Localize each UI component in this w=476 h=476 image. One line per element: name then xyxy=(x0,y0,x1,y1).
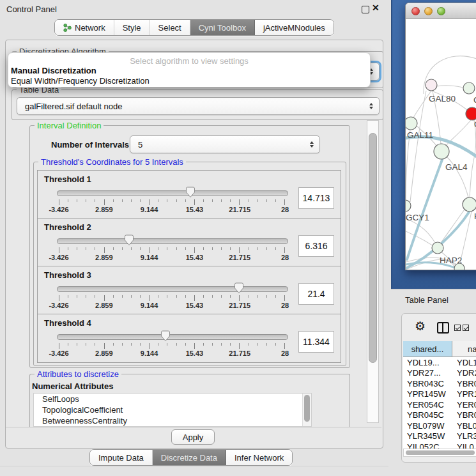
checkbox-icon[interactable] xyxy=(463,325,469,331)
threshold-card-1: Threshold 1 -3.4262.8599.14415.4321.7152… xyxy=(37,170,341,219)
attribute-item[interactable]: TopologicalCoefficient xyxy=(34,404,311,415)
network-node[interactable] xyxy=(426,79,437,91)
mac-close-button[interactable] xyxy=(411,7,420,15)
mac-zoom-button[interactable] xyxy=(437,7,445,15)
tick-label: 2.859 xyxy=(95,349,113,357)
list-scrollbar[interactable] xyxy=(302,394,311,426)
panel-scrollbar[interactable] xyxy=(367,120,379,423)
table-horizontal-scrollbar[interactable] xyxy=(403,449,476,457)
threshold-value-3[interactable]: 21.4 xyxy=(298,283,334,305)
tick-label: -3.426 xyxy=(49,349,68,357)
slider-tick-labels: -3.4262.8599.14415.4321.71528 xyxy=(59,302,285,310)
table-row[interactable]: YER054CYER0 xyxy=(403,399,476,410)
table-row[interactable]: YDR27...YDR2 xyxy=(403,368,476,379)
tab-network[interactable]: Network xyxy=(55,20,114,35)
table-row[interactable]: YIL052CYIL0 xyxy=(403,441,476,449)
slider-thumb[interactable] xyxy=(185,187,195,198)
node-table: shared... na YDL19...YDL1YDR27...YDR2YBR… xyxy=(403,341,476,449)
scrollbar-thumb[interactable] xyxy=(304,395,310,422)
threshold-slider-3[interactable] xyxy=(57,286,288,292)
attribute-item[interactable]: SelfLoops xyxy=(34,394,311,404)
apply-button[interactable]: Apply xyxy=(171,429,215,445)
cell-name[interactable]: YBL0 xyxy=(452,421,476,431)
mac-minimize-button[interactable] xyxy=(424,7,433,15)
network-node[interactable] xyxy=(406,117,417,130)
threshold-value-2[interactable]: 6.316 xyxy=(298,235,334,257)
network-window-titlebar[interactable] xyxy=(406,3,476,19)
cell-name[interactable]: YIL0 xyxy=(452,442,476,449)
table-row[interactable]: YBR045CYBR0 xyxy=(403,410,476,421)
cell-shared-name[interactable]: YER054C xyxy=(403,400,452,410)
column-header-shared-name[interactable]: shared... xyxy=(403,341,452,357)
table-row[interactable]: YPR145WYPR1 xyxy=(403,389,476,400)
close-icon[interactable]: ✕ xyxy=(372,3,380,13)
cell-name[interactable]: YBR0 xyxy=(452,410,476,420)
checkbox-icon[interactable] xyxy=(454,325,461,331)
network-node[interactable] xyxy=(463,197,476,211)
cell-shared-name[interactable]: YBL079W xyxy=(403,421,452,431)
cell-shared-name[interactable]: YIL052C xyxy=(403,442,452,449)
tab-jactivemnodules[interactable]: jActiveMNodules xyxy=(255,20,334,35)
cell-name[interactable]: YER0 xyxy=(452,400,476,410)
column-header-name[interactable]: na xyxy=(452,341,476,357)
threshold-slider-2[interactable] xyxy=(57,238,288,244)
cell-name[interactable]: YBR0 xyxy=(452,379,476,388)
cell-shared-name[interactable]: YDR27... xyxy=(403,368,452,378)
table-row[interactable]: YBR043CYBR0 xyxy=(403,378,476,389)
slider-thumb[interactable] xyxy=(234,282,244,294)
table-data-group: Table Data galFiltered.sif default node xyxy=(12,89,383,120)
network-node[interactable] xyxy=(463,82,475,94)
threshold-slider-1[interactable] xyxy=(57,190,288,196)
tick-label: 28 xyxy=(281,349,289,357)
slider-ticks xyxy=(59,295,285,301)
split-view-icon[interactable] xyxy=(437,322,449,334)
network-nodes: GAL80GACGAL11GAL4GCY1HHAP2 xyxy=(406,79,476,270)
group-title: Attributes to discretize xyxy=(35,369,121,379)
cell-shared-name[interactable]: YDL19... xyxy=(403,358,452,367)
attribute-item[interactable]: BetweennessCentrality xyxy=(34,415,311,426)
threshold-value-4[interactable]: 11.344 xyxy=(298,331,334,353)
scrollbar-thumb[interactable] xyxy=(406,450,475,455)
table-row[interactable]: YDL19...YDL1 xyxy=(403,357,476,368)
cell-name[interactable]: YLR3 xyxy=(452,431,476,441)
tab-style[interactable]: Style xyxy=(114,20,150,35)
tab-impute-data[interactable]: Impute Data xyxy=(90,450,153,465)
cell-shared-name[interactable]: YPR145W xyxy=(403,389,452,399)
gear-icon[interactable]: ⚙ xyxy=(415,319,426,334)
dropdown-option-equal-width[interactable]: Equal Width/Frequency Discretization xyxy=(10,76,368,86)
network-node[interactable] xyxy=(454,263,464,270)
tab-discretize-data[interactable]: Discretize Data xyxy=(153,450,226,465)
tick-label: 28 xyxy=(281,302,289,309)
tick-label: -3.426 xyxy=(49,254,68,261)
table-data-combobox[interactable]: galFiltered.sif default node xyxy=(17,97,380,115)
tick-label: 21.715 xyxy=(229,302,250,309)
tick-label: 21.715 xyxy=(229,206,250,213)
tick-label: 15.43 xyxy=(186,254,204,261)
table-row[interactable]: YBL079WYBL0 xyxy=(403,420,476,431)
threshold-value-1[interactable]: 14.713 xyxy=(298,187,334,209)
tick-label: 2.859 xyxy=(95,254,113,261)
dropdown-option-manual[interactable]: Manual Discretization xyxy=(10,66,368,76)
network-canvas[interactable]: GAL80GACGAL11GAL4GCY1HHAP2 xyxy=(406,19,476,270)
float-panel-icon[interactable] xyxy=(362,6,369,13)
cell-shared-name[interactable]: YBR045C xyxy=(403,410,452,420)
threshold-slider-4[interactable] xyxy=(57,334,288,340)
slider-thumb[interactable] xyxy=(161,330,171,342)
table-row[interactable]: YLR345WYLR3 xyxy=(403,431,476,442)
scrollbar-thumb[interactable] xyxy=(369,133,377,363)
cell-shared-name[interactable]: YLR345W xyxy=(403,431,452,441)
tab-infer-network[interactable]: Infer Network xyxy=(226,450,292,465)
cell-name[interactable]: YPR1 xyxy=(452,389,476,399)
network-node[interactable] xyxy=(432,242,443,254)
table-body[interactable]: YDL19...YDL1YDR27...YDR2YBR043CYBR0YPR14… xyxy=(403,357,476,449)
number-of-intervals-combobox[interactable]: 5 xyxy=(130,135,320,153)
tab-cyni-toolbox[interactable]: Cyni Toolbox xyxy=(190,20,255,35)
cell-name[interactable]: YDR2 xyxy=(452,368,476,378)
slider-thumb[interactable] xyxy=(124,234,134,246)
cell-shared-name[interactable]: YBR043C xyxy=(403,379,452,388)
cell-name[interactable]: YDL1 xyxy=(452,358,476,367)
numerical-attributes-list[interactable]: SelfLoopsTopologicalCoefficientBetweenne… xyxy=(33,393,312,427)
tab-select[interactable]: Select xyxy=(150,20,190,35)
network-node[interactable] xyxy=(434,144,449,159)
network-node[interactable] xyxy=(466,107,476,120)
